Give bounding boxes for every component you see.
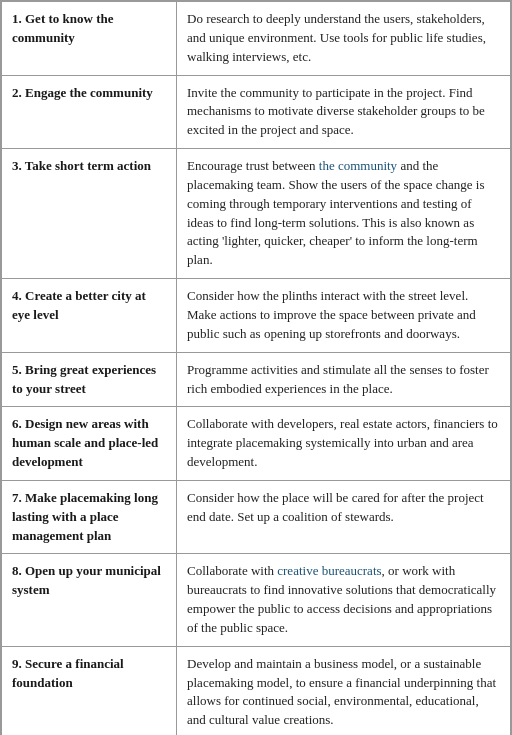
right-cell-6: Collaborate with developers, real estate…	[177, 407, 511, 481]
table-row: 5. Bring great experiences to your stree…	[2, 352, 511, 407]
left-cell-3: 3. Take short term action	[2, 149, 177, 279]
table-row: 9. Secure a financial foundationDevelop …	[2, 646, 511, 735]
right-cell-2: Invite the community to participate in t…	[177, 75, 511, 149]
right-cell-8: Collaborate with creative bureaucrats, o…	[177, 554, 511, 646]
table-row: 2. Engage the communityInvite the commun…	[2, 75, 511, 149]
table-row: 4. Create a better city at eye levelCons…	[2, 279, 511, 353]
table-row: 8. Open up your municipal systemCollabor…	[2, 554, 511, 646]
right-cell-3: Encourage trust between the community an…	[177, 149, 511, 279]
left-cell-2: 2. Engage the community	[2, 75, 177, 149]
right-cell-7: Consider how the place will be cared for…	[177, 480, 511, 554]
left-cell-6: 6. Design new areas with human scale and…	[2, 407, 177, 481]
right-cell-9: Develop and maintain a business model, o…	[177, 646, 511, 735]
left-cell-8: 8. Open up your municipal system	[2, 554, 177, 646]
table-row: 1. Get to know the communityDo research …	[2, 2, 511, 76]
left-cell-1: 1. Get to know the community	[2, 2, 177, 76]
main-table: 1. Get to know the communityDo research …	[0, 0, 512, 735]
table-row: 3. Take short term actionEncourage trust…	[2, 149, 511, 279]
table-row: 6. Design new areas with human scale and…	[2, 407, 511, 481]
table-row: 7. Make placemaking long lasting with a …	[2, 480, 511, 554]
right-cell-1: Do research to deeply understand the use…	[177, 2, 511, 76]
right-cell-4: Consider how the plinths interact with t…	[177, 279, 511, 353]
left-cell-9: 9. Secure a financial foundation	[2, 646, 177, 735]
right-cell-5: Programme activities and stimulate all t…	[177, 352, 511, 407]
left-cell-4: 4. Create a better city at eye level	[2, 279, 177, 353]
left-cell-5: 5. Bring great experiences to your stree…	[2, 352, 177, 407]
left-cell-7: 7. Make placemaking long lasting with a …	[2, 480, 177, 554]
